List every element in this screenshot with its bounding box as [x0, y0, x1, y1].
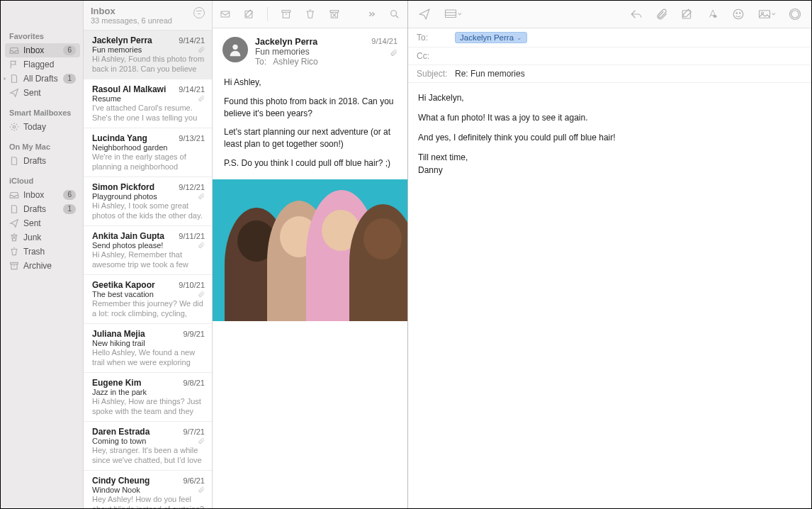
sidebar-badge: 6: [63, 45, 76, 55]
sidebar-section-onmymac: On My Mac: [5, 140, 80, 154]
message-from: Juliana Mejia: [92, 329, 183, 339]
archive-button[interactable]: [281, 8, 292, 21]
compose-button[interactable]: [244, 8, 255, 21]
sidebar-item-ic-trash[interactable]: Trash: [5, 245, 80, 259]
sent-icon: [9, 88, 19, 98]
sidebar-item-ic-sent[interactable]: Sent: [5, 216, 80, 230]
sidebar-item-sent[interactable]: Sent: [5, 86, 80, 100]
sidebar-item-label: Sent: [23, 218, 76, 228]
format-button[interactable]: [706, 8, 719, 21]
svg-rect-8: [446, 10, 456, 18]
message-row[interactable]: Rasoul Al Malkawi9/14/21ResumeI've attac…: [84, 79, 212, 128]
message-list[interactable]: Jackelyn Perra9/14/21Fun memoriesHi Ashl…: [84, 30, 212, 508]
sidebar-badge: 1: [63, 74, 76, 84]
message-date: 9/13/21: [179, 134, 205, 142]
reader-toolbar: [213, 1, 407, 28]
message-date: 9/11/21: [179, 232, 205, 240]
sidebar-item-label: Junk: [23, 233, 76, 242]
message-preview: Remember this journey? We did a lot: roc…: [92, 298, 205, 318]
sidebar-item-label: All Drafts: [23, 74, 63, 84]
compose-body[interactable]: Hi Jackelyn, What a fun photo! It was a …: [408, 83, 811, 192]
message-from: Geetika Kapoor: [92, 280, 179, 290]
message-row[interactable]: Juliana Mejia9/9/21New hiking trailHello…: [84, 324, 212, 373]
attachment-icon: [198, 94, 205, 103]
message-from: Lucinda Yang: [92, 133, 179, 143]
sidebar-item-drafts-local[interactable]: Drafts: [5, 154, 80, 168]
reply-button[interactable]: [630, 8, 643, 21]
message-row[interactable]: Eugene Kim9/8/21Jazz in the parkHi Ashle…: [84, 373, 212, 422]
sidebar-item-all-drafts[interactable]: All Drafts 1: [5, 72, 80, 86]
delete-envelope-button[interactable]: [220, 8, 231, 21]
message-date: 9/6/21: [183, 476, 205, 485]
message-subject: The best vacation: [92, 290, 198, 298]
sidebar-item-label: Inbox: [23, 45, 63, 55]
message-date: 9/8/21: [183, 379, 205, 387]
sidebar-item-ic-archive[interactable]: Archive: [5, 259, 80, 273]
message-subject: Jazz in the park: [92, 388, 205, 396]
message-row[interactable]: Simon Pickford9/12/21Playground photosHi…: [84, 177, 212, 226]
message-subject: Playground photos: [92, 192, 198, 201]
recipient-pill[interactable]: Jackelyn Perra ⌄: [455, 32, 527, 43]
sidebar-item-inbox[interactable]: Inbox 6: [5, 43, 80, 57]
message-row[interactable]: Geetika Kapoor9/10/21The best vacationRe…: [84, 275, 212, 324]
junk-button[interactable]: [329, 8, 340, 21]
compose-field-subject[interactable]: Subject: Re: Fun memories: [408, 65, 811, 82]
emoji-button[interactable]: [732, 8, 745, 21]
link-button[interactable]: [789, 8, 801, 21]
sidebar-item-label: Archive: [23, 261, 76, 271]
sidebar-section-favorites: Favorites: [5, 29, 80, 43]
message-preview: Hi Ashley, I took some great photos of t…: [92, 201, 205, 220]
message-row[interactable]: Cindy Cheung9/6/21Window NookHey Ashley!…: [84, 471, 212, 508]
filter-icon[interactable]: [193, 7, 205, 18]
search-button[interactable]: [389, 8, 400, 21]
attachment-icon: [198, 486, 205, 494]
message-row[interactable]: Ankita Jain Gupta9/11/21Send photos plea…: [84, 226, 212, 275]
inbox-icon: [9, 45, 19, 55]
compose-pane: To: Jackelyn Perra ⌄ Cc: Subject: Re: Fu…: [408, 1, 811, 508]
attachment-icon: [390, 48, 397, 57]
sidebar-item-ic-drafts[interactable]: Drafts 1: [5, 202, 80, 216]
compose-field-to[interactable]: To: Jackelyn Perra ⌄: [408, 28, 811, 47]
message-attachment-image[interactable]: [213, 179, 407, 321]
message-row[interactable]: Jackelyn Perra9/14/21Fun memoriesHi Ashl…: [84, 30, 212, 79]
svg-point-7: [232, 45, 237, 50]
svg-point-10: [733, 9, 743, 19]
message-date: 9/9/21: [183, 330, 205, 338]
chevron-down-icon[interactable]: ⌄: [517, 34, 522, 41]
sidebar-item-ic-junk[interactable]: Junk: [5, 230, 80, 245]
message-subject: Fun memories: [92, 45, 198, 54]
send-button[interactable]: [418, 8, 431, 21]
document-icon: [9, 204, 19, 214]
trash-button[interactable]: [305, 8, 316, 21]
mailbox-title: Inbox: [91, 6, 193, 16]
message-date: 9/10/21: [179, 281, 205, 289]
message-row[interactable]: Daren Estrada9/7/21Coming to townHey, st…: [84, 422, 212, 471]
archive-icon: [9, 261, 19, 271]
gear-icon: [9, 122, 19, 132]
message-date: 9/14/21: [179, 36, 205, 45]
markup-button[interactable]: [681, 8, 694, 21]
message-row[interactable]: Lucinda Yang9/13/21Neighborhood gardenWe…: [84, 128, 212, 177]
document-icon: [9, 156, 19, 166]
message-body: Hi Ashley, Found this photo from back in…: [213, 74, 407, 179]
junk-icon: [9, 233, 19, 242]
more-button[interactable]: [366, 8, 377, 21]
compose-field-cc[interactable]: Cc:: [408, 47, 811, 65]
compose-header-fields: To: Jackelyn Perra ⌄ Cc: Subject: Re: Fu…: [408, 28, 811, 83]
header-fields-button[interactable]: [444, 8, 462, 21]
attach-button[interactable]: [655, 8, 668, 21]
disclosure-icon[interactable]: [2, 76, 8, 82]
inbox-icon: [9, 190, 19, 200]
compose-subject-value: Re: Fun memories: [455, 69, 525, 79]
message-header: Jackelyn Perra Fun memories To: Ashley R…: [213, 28, 407, 74]
photo-browser-button[interactable]: [757, 8, 776, 21]
sidebar-badge: 6: [63, 190, 76, 200]
message-preview: Hi Ashley, Remember that awesome trip we…: [92, 250, 205, 269]
sidebar-item-today[interactable]: Today: [5, 120, 80, 134]
message-preview: Hi Ashley, Found this photo from back in…: [92, 54, 205, 74]
sidebar-item-flagged[interactable]: Flagged: [5, 57, 80, 72]
attachment-icon: [198, 241, 205, 250]
reader-pane: Jackelyn Perra Fun memories To: Ashley R…: [213, 1, 408, 508]
sidebar-item-ic-inbox[interactable]: Inbox 6: [5, 188, 80, 202]
svg-point-11: [736, 13, 738, 14]
